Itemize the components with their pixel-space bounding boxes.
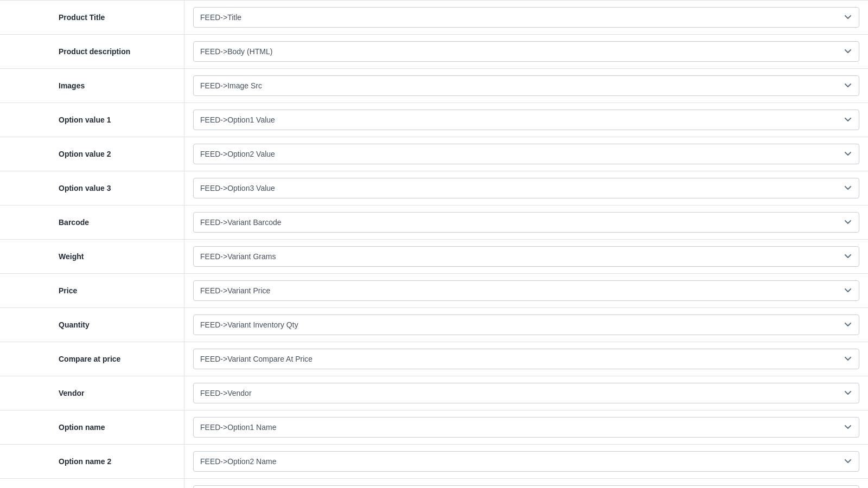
field-compare-at-price: FEED->Variant Compare At Price [184,342,868,376]
dropdown-wrapper-quantity: FEED->Variant Inventory Qty [193,314,859,335]
dropdown-weight[interactable]: FEED->Variant Grams [193,246,859,267]
dropdown-option-name[interactable]: FEED->Option1 Name [193,417,859,438]
label-option-name: Option name [0,410,184,444]
form-row-price: PriceFEED->Variant Price [0,274,868,308]
dropdown-quantity[interactable]: FEED->Variant Inventory Qty [193,314,859,335]
form-row-images: ImagesFEED->Image Src [0,69,868,103]
field-price: FEED->Variant Price [184,274,868,307]
dropdown-wrapper-vendor: FEED->Vendor [193,383,859,403]
dropdown-wrapper-compare-at-price: FEED->Variant Compare At Price [193,349,859,369]
field-option-name-2: FEED->Option2 Name [184,445,868,478]
label-compare-at-price: Compare at price [0,342,184,376]
label-product-description: Product description [0,35,184,68]
dropdown-wrapper-images: FEED->Image Src [193,75,859,96]
dropdown-images[interactable]: FEED->Image Src [193,75,859,96]
dropdown-option-value-3[interactable]: FEED->Option3 Value [193,178,859,198]
field-product-title: FEED->Title [184,1,868,34]
field-option-name: FEED->Option1 Name [184,410,868,444]
field-product-description: FEED->Body (HTML) [184,35,868,68]
field-option-value-3: FEED->Option3 Value [184,171,868,205]
label-option-value-3: Option value 3 [0,171,184,205]
form-row-product-title: Product TitleFEED->Title [0,0,868,35]
label-quantity: Quantity [0,308,184,342]
dropdown-wrapper-option-value-2: FEED->Option2 Value [193,144,859,164]
field-option-name-3: FEED->Option3 Name [184,479,868,488]
form-row-option-value-1: Option value 1FEED->Option1 Value [0,103,868,137]
dropdown-wrapper-option-name-3: FEED->Option3 Name [193,485,859,488]
form-row-weight: WeightFEED->Variant Grams [0,240,868,274]
label-price: Price [0,274,184,307]
form-row-option-value-3: Option value 3FEED->Option3 Value [0,171,868,206]
dropdown-wrapper-barcode: FEED->Variant Barcode [193,212,859,233]
form-row-option-value-2: Option value 2FEED->Option2 Value [0,137,868,171]
dropdown-compare-at-price[interactable]: FEED->Variant Compare At Price [193,349,859,369]
dropdown-wrapper-product-title: FEED->Title [193,7,859,28]
field-barcode: FEED->Variant Barcode [184,206,868,239]
field-option-value-1: FEED->Option1 Value [184,103,868,137]
label-barcode: Barcode [0,206,184,239]
dropdown-option-name-3[interactable]: FEED->Option3 Name [193,485,859,488]
dropdown-price[interactable]: FEED->Variant Price [193,280,859,301]
dropdown-product-title[interactable]: FEED->Title [193,7,859,28]
label-vendor: Vendor [0,376,184,410]
form-row-quantity: QuantityFEED->Variant Inventory Qty [0,308,868,342]
field-images: FEED->Image Src [184,69,868,102]
field-vendor: FEED->Vendor [184,376,868,410]
dropdown-wrapper-option-value-3: FEED->Option3 Value [193,178,859,198]
label-option-value-2: Option value 2 [0,137,184,171]
dropdown-wrapper-weight: FEED->Variant Grams [193,246,859,267]
dropdown-option-name-2[interactable]: FEED->Option2 Name [193,451,859,472]
dropdown-wrapper-option-name: FEED->Option1 Name [193,417,859,438]
field-option-value-2: FEED->Option2 Value [184,137,868,171]
form-row-option-name: Option nameFEED->Option1 Name [0,410,868,445]
form-row-option-name-3: Option name 3FEED->Option3 Name [0,479,868,488]
form-table: Product TitleFEED->TitleProduct descript… [0,0,868,488]
dropdown-product-description[interactable]: FEED->Body (HTML) [193,41,859,62]
label-option-name-2: Option name 2 [0,445,184,478]
dropdown-option-value-1[interactable]: FEED->Option1 Value [193,110,859,130]
label-product-title: Product Title [0,1,184,34]
dropdown-vendor[interactable]: FEED->Vendor [193,383,859,403]
page-container: Product TitleFEED->TitleProduct descript… [0,0,868,488]
dropdown-wrapper-product-description: FEED->Body (HTML) [193,41,859,62]
form-row-product-description: Product descriptionFEED->Body (HTML) [0,35,868,69]
form-row-vendor: VendorFEED->Vendor [0,376,868,410]
field-weight: FEED->Variant Grams [184,240,868,273]
form-row-option-name-2: Option name 2FEED->Option2 Name [0,445,868,479]
label-option-value-1: Option value 1 [0,103,184,137]
label-option-name-3: Option name 3 [0,479,184,488]
dropdown-wrapper-option-name-2: FEED->Option2 Name [193,451,859,472]
form-row-barcode: BarcodeFEED->Variant Barcode [0,206,868,240]
form-row-compare-at-price: Compare at priceFEED->Variant Compare At… [0,342,868,376]
dropdown-wrapper-option-value-1: FEED->Option1 Value [193,110,859,130]
dropdown-option-value-2[interactable]: FEED->Option2 Value [193,144,859,164]
label-weight: Weight [0,240,184,273]
dropdown-wrapper-price: FEED->Variant Price [193,280,859,301]
field-quantity: FEED->Variant Inventory Qty [184,308,868,342]
label-images: Images [0,69,184,102]
dropdown-barcode[interactable]: FEED->Variant Barcode [193,212,859,233]
